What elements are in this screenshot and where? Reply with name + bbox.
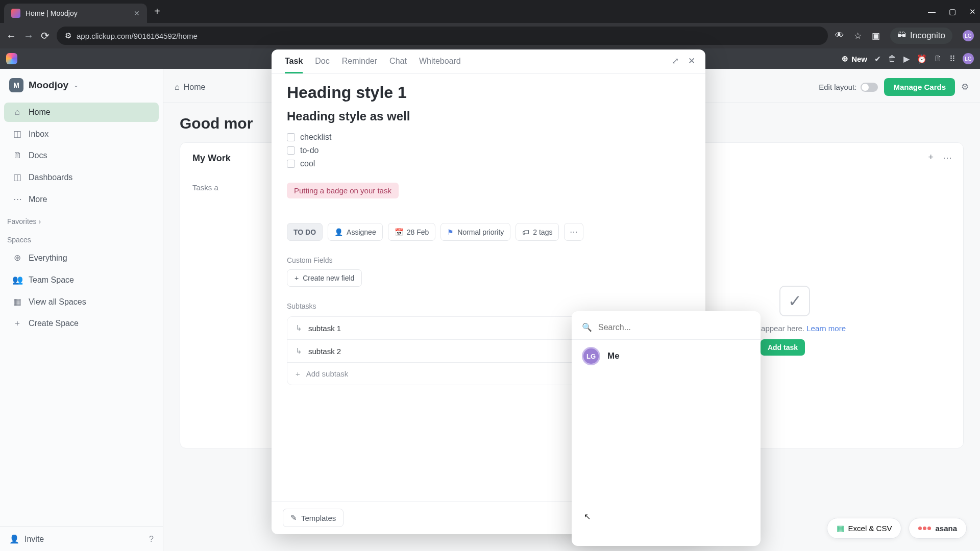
sidebar-item-inbox[interactable]: ◫Inbox [4, 124, 159, 144]
checklist-item[interactable]: checklist [287, 131, 690, 144]
clickup-logo[interactable] [6, 53, 17, 64]
assignee-name: Me [607, 351, 620, 361]
browser-tab[interactable]: Home | Moodjoy ✕ [4, 4, 147, 23]
eye-off-icon[interactable]: 👁 [835, 31, 844, 41]
window-controls: — ▢ ✕ [928, 7, 976, 16]
tab-whiteboard[interactable]: Whiteboard [419, 57, 461, 73]
checklist-item[interactable]: to-do [287, 144, 690, 157]
checkbox-icon[interactable] [287, 160, 295, 168]
profile-avatar[interactable]: LG [963, 30, 974, 41]
url-field[interactable]: ⚙ app.clickup.com/9016164592/home [57, 27, 828, 45]
target-icon: ⊛ [12, 253, 22, 263]
tab-chat[interactable]: Chat [389, 57, 407, 73]
expand-icon[interactable]: ⤢ [672, 56, 679, 66]
invite-row: 👤Invite ? [0, 527, 163, 551]
plus-icon: + [12, 318, 22, 329]
tag-icon: 🏷 [522, 228, 529, 236]
sidebar-item-everything[interactable]: ⊛Everything [4, 248, 159, 268]
new-tab-button[interactable]: + [154, 6, 160, 17]
checklist: checklist to-do cool [287, 131, 690, 170]
sidebar-item-create-space[interactable]: +Create Space [4, 314, 159, 333]
user-icon: 👤 [334, 228, 343, 236]
address-bar: ← → ⟳ ⚙ app.clickup.com/9016164592/home … [0, 23, 980, 48]
help-icon[interactable]: ? [149, 535, 154, 544]
sidebar-item-more[interactable]: ⋯More [4, 189, 159, 209]
excel-icon: ▦ [837, 523, 844, 533]
checklist-item[interactable]: cool [287, 157, 690, 170]
tab-doc[interactable]: Doc [315, 57, 329, 73]
sidebar-label: Docs [29, 151, 47, 160]
minimize-icon[interactable]: — [928, 7, 936, 16]
task-title-h2[interactable]: Heading style as well [287, 109, 690, 123]
add-task-button[interactable]: Add task [761, 339, 805, 356]
checkbox-icon[interactable] [287, 133, 295, 141]
workspace-switcher[interactable]: M Moodjoy ⌄ [0, 72, 163, 102]
sidebar-item-docs[interactable]: 🗎Docs [4, 146, 159, 165]
assignee-chip[interactable]: 👤Assignee [328, 223, 383, 241]
site-info-icon[interactable]: ⚙ [65, 31, 71, 40]
sidebar-item-view-all-spaces[interactable]: ▦View all Spaces [4, 292, 159, 312]
excel-csv-pill[interactable]: ▦Excel & CSV [827, 518, 902, 539]
asana-icon [918, 527, 931, 530]
sidebar-label: Everything [29, 254, 67, 263]
priority-chip[interactable]: ⚑Normal priority [440, 223, 510, 241]
incognito-pill[interactable]: 🕶 Incognito [890, 28, 952, 44]
incognito-icon: 🕶 [897, 31, 906, 41]
more-icon: ⋯ [12, 194, 22, 205]
checkbox-icon[interactable] [287, 146, 295, 155]
templates-button[interactable]: ✎Templates [283, 509, 344, 527]
sidebar: M Moodjoy ⌄ ⌂Home ◫Inbox 🗎Docs ◫Dashboar… [0, 48, 163, 551]
reload-icon[interactable]: ⟳ [41, 30, 50, 42]
learn-more-link[interactable]: Learn more [806, 324, 846, 333]
plus-icon[interactable]: + [928, 152, 934, 163]
calendar-icon: 📅 [395, 228, 403, 236]
panel-icon[interactable]: ▣ [872, 31, 880, 41]
close-icon[interactable]: ✕ [688, 56, 695, 66]
tags-chip[interactable]: 🏷2 tags [516, 223, 559, 241]
manage-cards-button[interactable]: Manage Cards [884, 78, 955, 96]
inbox-icon: ◫ [12, 129, 22, 139]
toggle-switch[interactable] [861, 83, 878, 92]
incognito-label: Incognito [910, 31, 945, 41]
task-property-chips: TO DO 👤Assignee 📅28 Feb ⚑Normal priority… [287, 223, 690, 241]
status-chip[interactable]: TO DO [287, 223, 323, 241]
back-icon[interactable]: ← [6, 30, 16, 42]
sidebar-item-home[interactable]: ⌂Home [4, 103, 159, 122]
close-tab-icon[interactable]: ✕ [134, 9, 140, 17]
tab-task[interactable]: Task [285, 57, 303, 73]
more-chip[interactable]: ⋯ [564, 223, 583, 241]
breadcrumb[interactable]: ⌂Home [175, 83, 205, 92]
favorites-header[interactable]: Favorites› [0, 210, 163, 229]
sidebar-item-dashboards[interactable]: ◫Dashboards [4, 167, 159, 187]
browser-tab-strip: Home | Moodjoy ✕ + — ▢ ✕ [0, 0, 980, 23]
home-icon: ⌂ [12, 107, 22, 117]
create-field-button[interactable]: +Create new field [287, 269, 362, 287]
sidebar-label: Inbox [29, 130, 48, 139]
maximize-icon[interactable]: ▢ [949, 7, 956, 16]
home-icon: ⌂ [175, 83, 180, 92]
edit-layout-toggle[interactable]: Edit layout: [819, 83, 878, 92]
custom-fields-label: Custom Fields [287, 256, 690, 264]
task-title-h1[interactable]: Heading style 1 [287, 83, 690, 102]
bookmark-icon[interactable]: ☆ [854, 31, 862, 41]
sidebar-item-team-space[interactable]: 👥Team Space [4, 270, 159, 290]
gear-icon[interactable]: ⚙ [961, 82, 969, 92]
favicon [11, 9, 20, 18]
user-plus-icon: 👤 [9, 534, 19, 544]
url-text: app.clickup.com/9016164592/home [77, 32, 198, 40]
search-icon: 🔍 [582, 322, 592, 332]
sidebar-label: View all Spaces [29, 297, 86, 307]
forward-icon[interactable]: → [23, 30, 34, 42]
workspace-badge: M [9, 78, 23, 92]
close-window-icon[interactable]: ✕ [969, 7, 976, 16]
search-input[interactable] [598, 323, 750, 332]
tab-title: Home | Moodjoy [26, 9, 129, 17]
date-chip[interactable]: 📅28 Feb [388, 223, 436, 241]
more-horizontal-icon[interactable]: ⋯ [943, 152, 952, 163]
assignee-option-me[interactable]: LG Me [572, 340, 761, 372]
task-badge: Putting a badge on your task [287, 183, 399, 198]
invite-button[interactable]: 👤Invite [9, 534, 44, 544]
wand-icon: ✎ [290, 513, 297, 522]
tab-reminder[interactable]: Reminder [342, 57, 377, 73]
asana-pill[interactable]: asana [909, 518, 967, 539]
